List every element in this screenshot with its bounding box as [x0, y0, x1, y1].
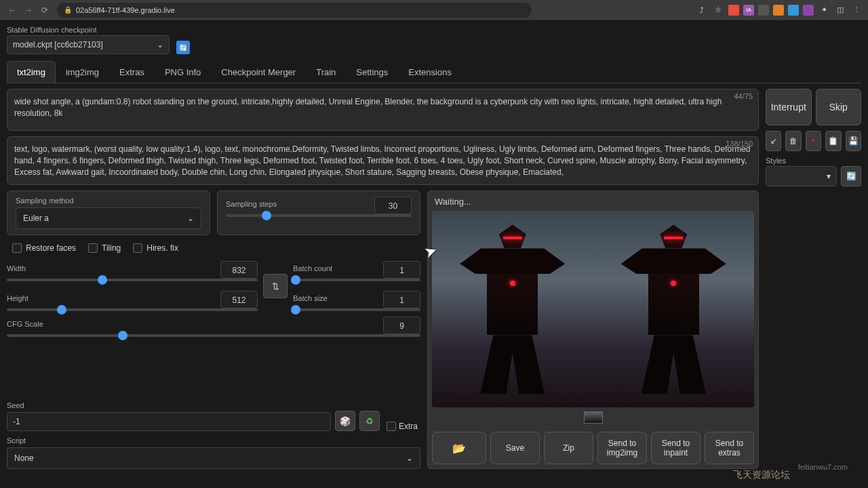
tiling-label: Tiling: [102, 243, 121, 253]
batch-count-label: Batch count: [293, 264, 332, 272]
cfg-scale-label: CFG Scale: [7, 320, 43, 328]
url-bar[interactable]: 🔒 02a56ff4-71ff-439e.gradio.live: [57, 3, 532, 18]
tab-extras[interactable]: Extras: [109, 61, 155, 83]
chevron-down-icon: ⌄: [157, 40, 163, 49]
tab-settings[interactable]: Settings: [346, 61, 398, 83]
refresh-checkpoint-button[interactable]: 🔄: [176, 41, 190, 54]
prompt-text: wide shot angle, a (gundam:0.8) robot st…: [14, 96, 751, 119]
sampling-method-label: Sampling method: [16, 197, 201, 205]
extension-icon[interactable]: [803, 5, 814, 16]
sampling-method-select[interactable]: Euler a ⌄: [16, 207, 201, 229]
seed-extra-checkbox[interactable]: Extra: [384, 422, 420, 431]
chevron-down-icon: ▾: [827, 171, 831, 181]
tab-checkpoint-merger[interactable]: Checkpoint Merger: [211, 61, 306, 83]
styles-label: Styles: [766, 157, 837, 165]
open-folder-button[interactable]: 📂: [432, 432, 486, 464]
nav-back-icon[interactable]: ←: [5, 3, 19, 17]
seed-value: -1: [13, 417, 20, 426]
script-value: None: [14, 453, 34, 463]
sampling-steps-slider[interactable]: [226, 214, 412, 217]
batch-count-slider[interactable]: [293, 279, 420, 281]
neg-prompt-text: text, logo, watermark, (worst quality, l…: [14, 144, 751, 178]
output-status: Waiting...: [432, 195, 754, 211]
batch-count-value[interactable]: 1: [383, 261, 420, 279]
extension-icon[interactable]: [758, 5, 769, 16]
nav-reload-icon[interactable]: ⟳: [38, 3, 52, 17]
neg-prompt-token-counter: 138/150: [726, 140, 753, 148]
checkpoint-select[interactable]: model.ckpt [cc6cb27103] ⌄: [7, 35, 170, 54]
menu-icon[interactable]: ⋮: [850, 4, 863, 16]
send-to-inpaint-button[interactable]: Send to inpaint: [651, 432, 701, 464]
watermark: 飞天资源论坛: [733, 469, 790, 481]
url-text: 02a56ff4-71ff-439e.gradio.live: [76, 6, 175, 14]
tab-txt2img[interactable]: txt2img: [7, 61, 56, 83]
save-button[interactable]: Save: [490, 432, 540, 464]
negative-prompt-input[interactable]: 138/150 text, logo, watermark, (worst qu…: [7, 136, 759, 185]
browser-chrome: ← → ⟳ 🔒 02a56ff4-71ff-439e.gradio.live ⤴…: [0, 0, 868, 20]
cfg-scale-value[interactable]: 9: [383, 317, 420, 334]
height-slider[interactable]: [7, 308, 258, 311]
zip-button[interactable]: Zip: [544, 432, 593, 464]
seed-extra-label: Extra: [399, 422, 418, 431]
height-value[interactable]: 512: [220, 291, 258, 308]
tabs: txt2img img2img Extras PNG Info Checkpoi…: [7, 61, 861, 83]
interrupt-button[interactable]: Interrupt: [766, 89, 812, 125]
restore-faces-label: Restore faces: [26, 243, 76, 253]
restore-faces-checkbox[interactable]: Restore faces: [12, 243, 76, 253]
batch-size-value[interactable]: 1: [383, 291, 420, 308]
bookmark-icon[interactable]: ☆: [712, 4, 724, 16]
skip-button[interactable]: Skip: [816, 89, 862, 125]
nav-forward-icon[interactable]: →: [22, 3, 35, 17]
extension-icon[interactable]: [773, 5, 784, 16]
prompt-token-counter: 44/75: [734, 92, 753, 100]
chevron-down-icon: ⌄: [406, 453, 413, 463]
read-params-button[interactable]: ↙: [766, 131, 781, 151]
swap-dimensions-button[interactable]: ⇅: [263, 274, 288, 298]
output-image-preview[interactable]: ✕: [432, 211, 754, 407]
seed-input[interactable]: -1: [7, 412, 331, 431]
width-label: Width: [7, 264, 26, 272]
sampling-method-value: Euler a: [23, 214, 49, 223]
refresh-styles-button[interactable]: 🔄: [841, 166, 861, 186]
hires-fix-label: Hires. fix: [146, 243, 178, 253]
extensions-icon[interactable]: ✦: [818, 4, 830, 16]
hires-fix-checkbox[interactable]: Hires. fix: [133, 243, 178, 253]
chevron-down-icon: ⌄: [187, 214, 194, 223]
clear-prompt-button[interactable]: 🗑: [785, 131, 801, 151]
height-label: Height: [7, 294, 28, 302]
sampling-steps-label: Sampling steps: [226, 200, 277, 208]
send-to-extras-button[interactable]: Send to extras: [705, 432, 754, 464]
width-slider[interactable]: [7, 279, 258, 281]
lock-icon: 🔒: [64, 6, 72, 14]
generated-image: [432, 211, 754, 407]
script-label: Script: [7, 436, 420, 445]
batch-size-slider[interactable]: [293, 308, 420, 311]
output-thumbnail[interactable]: [584, 411, 603, 424]
apply-style-button[interactable]: 📋: [825, 131, 841, 151]
extension-icon[interactable]: [728, 5, 739, 16]
tab-img2img[interactable]: img2img: [56, 61, 109, 83]
styles-select[interactable]: ▾: [766, 166, 837, 186]
batch-size-label: Batch size: [293, 294, 328, 302]
share-icon[interactable]: ⤴: [696, 4, 708, 16]
extra-networks-button[interactable]: •: [806, 131, 821, 151]
width-value[interactable]: 832: [220, 261, 258, 279]
extension-icon[interactable]: [788, 5, 799, 16]
sampling-steps-value[interactable]: 30: [374, 197, 412, 214]
send-to-img2img-button[interactable]: Send to img2img: [597, 432, 647, 464]
seed-label: Seed: [7, 401, 331, 409]
script-select[interactable]: None ⌄: [7, 447, 420, 469]
tab-extensions[interactable]: Extensions: [398, 61, 462, 83]
tab-pnginfo[interactable]: PNG Info: [155, 61, 211, 83]
checkpoint-value: model.ckpt [cc6cb27103]: [13, 40, 103, 49]
extension-icon[interactable]: IA: [743, 5, 754, 16]
tab-train[interactable]: Train: [306, 61, 346, 83]
watermark: feitianwu7.com: [798, 463, 848, 471]
save-style-button[interactable]: 💾: [846, 131, 861, 151]
prompt-input[interactable]: 44/75 wide shot angle, a (gundam:0.8) ro…: [7, 89, 759, 131]
random-seed-button[interactable]: 🎲: [335, 411, 355, 431]
reuse-seed-button[interactable]: ♻: [359, 411, 380, 431]
tiling-checkbox[interactable]: Tiling: [88, 243, 121, 253]
sidepanel-icon[interactable]: ◫: [834, 4, 846, 16]
cfg-scale-slider[interactable]: [7, 334, 420, 337]
